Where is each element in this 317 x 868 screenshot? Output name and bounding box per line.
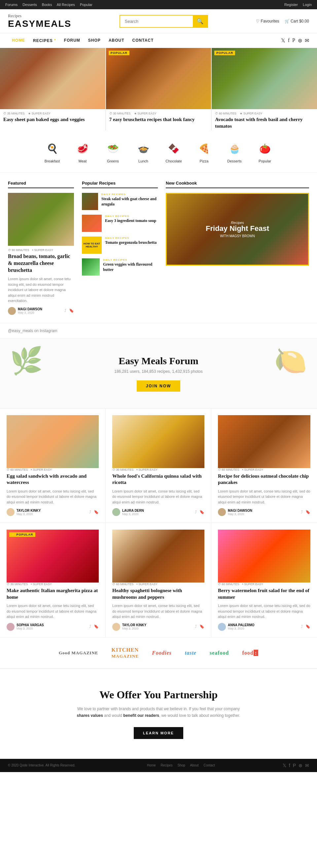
email-icon[interactable]: ✉ [305,37,309,44]
desserts-icon: 🧁 [226,140,243,157]
search-area: 🔍 [119,15,208,28]
nav-forum[interactable]: FORUM [60,33,84,48]
cart-link[interactable]: 🛒 Cart $0.00 [285,19,309,24]
topbar-link-forums[interactable]: Forums [5,3,17,7]
featured-author-name: MAGI DAWSON [18,307,42,311]
brand-kitchen[interactable]: KITCHENMAGAZINE [111,647,139,659]
recipe-author-row-5: TAYLOR KINKY May 3, 2020 ⤴ 🔖 [112,623,204,631]
recipe-image-1 [7,415,99,468]
category-greens[interactable]: 🥗 Greens [104,140,121,163]
featured-text: Lorem ipsum dolor sit amet, conse tetu i… [8,276,74,304]
share-icon-2[interactable]: ⤴ [195,510,197,515]
brand-seafood[interactable]: seafood [210,650,229,656]
featured-author-info: MAGI DAWSON May 3, 2020 [8,307,42,315]
recipe-author-date-6: May 3, 2020 [228,627,255,630]
category-chocolate-label: Chocolate [166,159,182,163]
share-icon-1[interactable]: ⤴ [89,510,91,515]
search-input[interactable] [120,16,193,27]
bookmark-icon-3[interactable]: 🔖 [306,510,310,515]
popular-item-3[interactable]: HOW TO EAT HEALTHY DAILY RECIPES Tomato … [82,237,158,254]
bookmark-icon-5[interactable]: 🔖 [200,624,204,629]
recipe-meta-5: ⏱ 60 MINUTES ★ SUPER EASY [112,583,204,586]
recipe-text-5: Lorem ipsum dolor sit amet, conse tetu i… [112,603,204,620]
bookmark-icon-6[interactable]: 🔖 [306,624,310,629]
top-bar-auth: Register Login [280,3,312,7]
footer-nav-home[interactable]: Home [147,764,156,767]
brand-taste[interactable]: taste [185,650,197,656]
category-chocolate[interactable]: 🍫 Chocolate [165,140,182,163]
category-desserts[interactable]: 🧁 Desserts [226,140,243,163]
top-bar-links: Forums Desserts Books All Recipes Popula… [5,3,97,7]
forum-join-button[interactable]: JOIN NOW [137,380,181,392]
facebook-icon[interactable]: f [288,37,290,44]
hero-title-1: Easy sheet pan baked eggs and veggies [3,117,102,123]
hero-image-1 [0,48,105,109]
rss-icon[interactable]: ⊛ [298,37,302,44]
category-breakfast[interactable]: 🍳 Breakfast [44,140,61,163]
bookmark-icon[interactable]: 🔖 [69,308,74,313]
hero-item-3[interactable]: POPULAR ⏱ 60 MINUTES ★ SUPER EASY Avocad… [212,48,317,131]
category-lunch-label: Lunch [138,159,148,163]
nav-recipes[interactable]: RECIPES ● [29,33,60,48]
footer-nav-about[interactable]: About [190,764,199,767]
instagram-bar: @easy_meals on Instagram [0,323,317,339]
share-icon-5[interactable]: ⤴ [195,624,197,629]
footer-twitter-icon[interactable]: 𝕏 [283,763,286,768]
hero-item-2[interactable]: POPULAR ⏱ 30 MINUTES ★ SUPER EASY 7 easy… [106,48,211,131]
nav-shop[interactable]: SHOP [84,33,105,48]
search-button[interactable]: 🔍 [193,16,207,27]
bookmark-icon-4[interactable]: 🔖 [94,624,99,629]
recipe-actions-4: ⤴ 🔖 [89,624,99,629]
nav-social: 𝕏 f P ⊛ ✉ [281,37,309,44]
footer-nav-contact[interactable]: Contact [203,764,215,767]
share-icon-3[interactable]: ⤴ [301,510,303,515]
footer-rss-icon[interactable]: ⊛ [298,763,303,768]
partnership-learn-more-button[interactable]: LEARN MORE [134,727,183,739]
share-icon-6[interactable]: ⤴ [301,624,303,629]
nav-contact[interactable]: CONTACT [129,33,158,48]
recipe-avatar-3 [218,508,226,516]
favourites-link[interactable]: ♡ Favourites [256,19,279,24]
footer-facebook-icon[interactable]: f [289,763,290,768]
brand-foodies[interactable]: Foodies [152,650,171,656]
category-popular[interactable]: 🍅 Popular [256,140,273,163]
hero-level-1: ★ SUPER EASY [28,112,50,115]
popular-item-2[interactable]: DAILY RECIPES Easy 3 ingredient tomato s… [82,215,158,232]
footer-pinterest-icon[interactable]: P [293,763,296,768]
category-pizza[interactable]: 🍕 Pizza [196,140,213,163]
hero-item-1[interactable]: ⏱ 35 MINUTES ★ SUPER EASY Easy sheet pan… [0,48,105,131]
logo[interactable]: Recipes EASYMEALS [8,13,71,29]
cookbook-image[interactable]: Recipes Friday Night Feast WITH MAGSY BR… [166,193,309,266]
share-icon-4[interactable]: ⤴ [89,624,91,629]
popular-title-1: Steak salad with goat cheese and arugula [101,196,158,207]
hero-meta-3: ⏱ 60 MINUTES ★ SUPER EASY [215,112,314,115]
nav-about[interactable]: ABOUT [105,33,129,48]
brand-good-magazine[interactable]: Good MAGAZINE [59,650,98,656]
topbar-link-desserts[interactable]: Desserts [23,3,37,7]
pizza-icon: 🍕 [196,140,213,157]
bookmark-icon-2[interactable]: 🔖 [200,510,204,515]
footer-nav-shop[interactable]: Shop [177,764,185,767]
nav-home[interactable]: HOME [8,33,29,48]
category-lunch[interactable]: 🍲 Lunch [135,140,152,163]
recipe-avatar-2 [112,508,120,516]
share-icon[interactable]: ⤴ [64,308,66,313]
brand-food[interactable]: food: [242,650,258,656]
category-meat[interactable]: 🥩 Meat [74,140,91,163]
popular-item-4[interactable]: DAILY RECIPES Green veggies with flavour… [82,258,158,276]
twitter-icon[interactable]: 𝕏 [281,37,285,44]
popular-item-1[interactable]: DAILY RECIPES Steak salad with goat chee… [82,193,158,210]
login-link[interactable]: Login [303,3,312,7]
topbar-link-allrecipes[interactable]: All Recipes [57,3,75,7]
topbar-link-popular[interactable]: Popular [80,3,93,7]
featured-author-date: May 3, 2020 [18,311,42,314]
pinterest-icon[interactable]: P [292,37,295,44]
bookmark-icon-1[interactable]: 🔖 [94,510,99,515]
popular-tag-2: DAILY RECIPES [105,215,156,218]
footer-nav: Home Recipes Shop About Contact [143,764,215,767]
footer-email-icon[interactable]: ✉ [305,763,309,768]
instagram-handle[interactable]: @easy_meals on Instagram [8,329,58,333]
footer-nav-recipes[interactable]: Recipes [161,764,172,767]
register-link[interactable]: Register [284,3,298,7]
topbar-link-books[interactable]: Books [42,3,52,7]
